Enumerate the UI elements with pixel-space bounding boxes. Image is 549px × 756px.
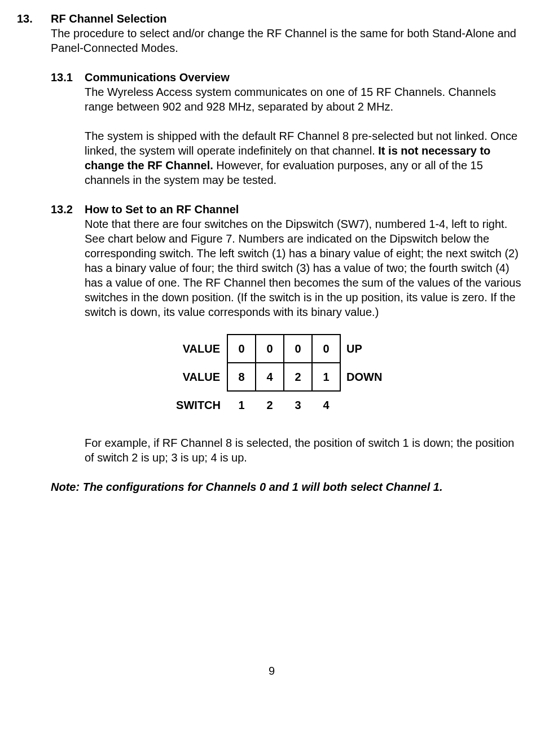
table-cell: 1: [312, 363, 340, 391]
section-intro: The procedure to select and/or change th…: [51, 26, 526, 55]
table-row-down: VALUE 8 4 2 1 DOWN: [169, 363, 392, 391]
page-number: 9: [17, 663, 526, 678]
table-cell: 3: [284, 391, 312, 419]
sub2-p2: For example, if RF Channel 8 is selected…: [85, 436, 526, 465]
row-suffix: DOWN: [340, 363, 392, 391]
table-row-up: VALUE 0 0 0 0 UP: [169, 335, 392, 363]
row-suffix: [340, 391, 392, 419]
table-cell: 4: [256, 363, 284, 391]
table-cell: 0: [227, 335, 256, 363]
table-cell: 2: [256, 391, 284, 419]
dipswitch-table: VALUE 0 0 0 0 UP VALUE 8 4 2 1 DOWN SWIT…: [169, 334, 392, 419]
sub2-p1: Note that there are four switches on the…: [85, 217, 526, 319]
subsection-13-1-header: 13.1 Communications Overview: [51, 70, 526, 85]
subsection-number: 13.1: [51, 70, 85, 85]
row-label: SWITCH: [169, 391, 227, 419]
subsection-13-2-example: For example, if RF Channel 8 is selected…: [85, 436, 526, 465]
row-suffix: UP: [340, 335, 392, 363]
section-number: 13.: [17, 11, 51, 26]
table-cell: 8: [227, 363, 256, 391]
table-cell: 0: [312, 335, 340, 363]
sub1-p1: The Wyreless Access system communicates …: [85, 85, 526, 114]
section-title: RF Channel Selection: [51, 12, 167, 25]
table-cell: 4: [312, 391, 340, 419]
subsection-title: Communications Overview: [85, 71, 230, 83]
table-cell: 1: [227, 391, 256, 419]
table-cell: 0: [284, 335, 312, 363]
row-label: VALUE: [169, 363, 227, 391]
table-cell: 0: [256, 335, 284, 363]
table-row-switch: SWITCH 1 2 3 4: [169, 391, 392, 419]
table-cell: 2: [284, 363, 312, 391]
section-intro-text: The procedure to select and/or change th…: [51, 26, 526, 55]
row-label: VALUE: [169, 335, 227, 363]
sub1-p2: The system is shipped with the default R…: [85, 129, 526, 187]
subsection-13-2-body: Note that there are four switches on the…: [85, 217, 526, 319]
subsection-number: 13.2: [51, 202, 85, 217]
switch-value-table: VALUE 0 0 0 0 UP VALUE 8 4 2 1 DOWN SWIT…: [85, 334, 526, 419]
subsection-title: How to Set to an RF Channel: [85, 203, 239, 216]
note-text: Note: The configurations for Channels 0 …: [51, 480, 526, 494]
subsection-13-2-header: 13.2 How to Set to an RF Channel: [51, 202, 526, 217]
section-header: 13. RF Channel Selection: [17, 11, 526, 26]
subsection-13-1-body: The Wyreless Access system communicates …: [85, 85, 526, 187]
